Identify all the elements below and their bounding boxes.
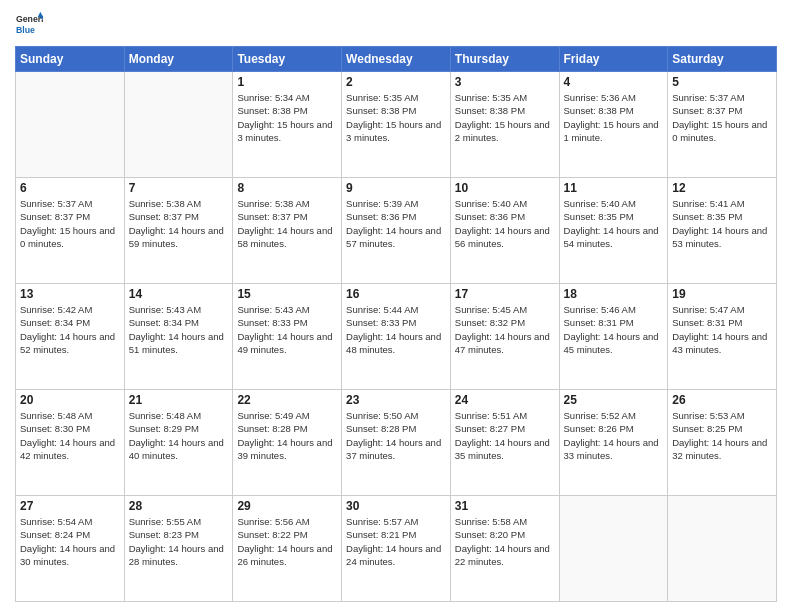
weekday-header: Sunday [16,47,125,72]
calendar-cell: 10Sunrise: 5:40 AMSunset: 8:36 PMDayligh… [450,178,559,284]
calendar-cell [559,496,668,602]
day-number: 4 [564,75,664,89]
calendar-cell [668,496,777,602]
day-number: 3 [455,75,555,89]
calendar-cell: 18Sunrise: 5:46 AMSunset: 8:31 PMDayligh… [559,284,668,390]
weekday-header: Wednesday [342,47,451,72]
calendar-week-row: 13Sunrise: 5:42 AMSunset: 8:34 PMDayligh… [16,284,777,390]
calendar-cell: 15Sunrise: 5:43 AMSunset: 8:33 PMDayligh… [233,284,342,390]
calendar-table: SundayMondayTuesdayWednesdayThursdayFrid… [15,46,777,602]
day-info: Sunrise: 5:49 AMSunset: 8:28 PMDaylight:… [237,409,337,462]
day-number: 5 [672,75,772,89]
day-number: 26 [672,393,772,407]
day-number: 22 [237,393,337,407]
day-info: Sunrise: 5:35 AMSunset: 8:38 PMDaylight:… [455,91,555,144]
calendar-cell: 9Sunrise: 5:39 AMSunset: 8:36 PMDaylight… [342,178,451,284]
day-info: Sunrise: 5:52 AMSunset: 8:26 PMDaylight:… [564,409,664,462]
day-info: Sunrise: 5:38 AMSunset: 8:37 PMDaylight:… [237,197,337,250]
calendar-cell: 29Sunrise: 5:56 AMSunset: 8:22 PMDayligh… [233,496,342,602]
day-info: Sunrise: 5:58 AMSunset: 8:20 PMDaylight:… [455,515,555,568]
calendar-week-row: 6Sunrise: 5:37 AMSunset: 8:37 PMDaylight… [16,178,777,284]
weekday-header: Thursday [450,47,559,72]
day-info: Sunrise: 5:36 AMSunset: 8:38 PMDaylight:… [564,91,664,144]
logo-icon: General Blue [15,10,43,38]
calendar-cell: 1Sunrise: 5:34 AMSunset: 8:38 PMDaylight… [233,72,342,178]
day-number: 13 [20,287,120,301]
day-number: 16 [346,287,446,301]
calendar-cell: 14Sunrise: 5:43 AMSunset: 8:34 PMDayligh… [124,284,233,390]
day-info: Sunrise: 5:35 AMSunset: 8:38 PMDaylight:… [346,91,446,144]
calendar-cell: 31Sunrise: 5:58 AMSunset: 8:20 PMDayligh… [450,496,559,602]
calendar-cell: 23Sunrise: 5:50 AMSunset: 8:28 PMDayligh… [342,390,451,496]
day-number: 24 [455,393,555,407]
day-number: 30 [346,499,446,513]
day-info: Sunrise: 5:57 AMSunset: 8:21 PMDaylight:… [346,515,446,568]
weekday-header-row: SundayMondayTuesdayWednesdayThursdayFrid… [16,47,777,72]
day-info: Sunrise: 5:37 AMSunset: 8:37 PMDaylight:… [672,91,772,144]
calendar-cell: 30Sunrise: 5:57 AMSunset: 8:21 PMDayligh… [342,496,451,602]
calendar-week-row: 27Sunrise: 5:54 AMSunset: 8:24 PMDayligh… [16,496,777,602]
calendar-cell: 24Sunrise: 5:51 AMSunset: 8:27 PMDayligh… [450,390,559,496]
day-number: 14 [129,287,229,301]
svg-text:Blue: Blue [16,25,35,35]
day-number: 11 [564,181,664,195]
day-info: Sunrise: 5:48 AMSunset: 8:30 PMDaylight:… [20,409,120,462]
day-info: Sunrise: 5:54 AMSunset: 8:24 PMDaylight:… [20,515,120,568]
day-number: 6 [20,181,120,195]
day-number: 17 [455,287,555,301]
weekday-header: Saturday [668,47,777,72]
calendar-cell [124,72,233,178]
day-info: Sunrise: 5:51 AMSunset: 8:27 PMDaylight:… [455,409,555,462]
calendar-cell: 7Sunrise: 5:38 AMSunset: 8:37 PMDaylight… [124,178,233,284]
day-info: Sunrise: 5:46 AMSunset: 8:31 PMDaylight:… [564,303,664,356]
day-info: Sunrise: 5:48 AMSunset: 8:29 PMDaylight:… [129,409,229,462]
day-number: 12 [672,181,772,195]
weekday-header: Monday [124,47,233,72]
day-number: 1 [237,75,337,89]
header: General Blue [15,10,777,38]
logo: General Blue [15,10,47,38]
calendar-cell: 28Sunrise: 5:55 AMSunset: 8:23 PMDayligh… [124,496,233,602]
day-number: 9 [346,181,446,195]
weekday-header: Friday [559,47,668,72]
day-number: 31 [455,499,555,513]
calendar-cell: 25Sunrise: 5:52 AMSunset: 8:26 PMDayligh… [559,390,668,496]
calendar-cell: 6Sunrise: 5:37 AMSunset: 8:37 PMDaylight… [16,178,125,284]
day-number: 8 [237,181,337,195]
calendar-cell: 3Sunrise: 5:35 AMSunset: 8:38 PMDaylight… [450,72,559,178]
day-number: 23 [346,393,446,407]
day-number: 29 [237,499,337,513]
calendar-cell: 19Sunrise: 5:47 AMSunset: 8:31 PMDayligh… [668,284,777,390]
day-info: Sunrise: 5:34 AMSunset: 8:38 PMDaylight:… [237,91,337,144]
calendar-cell: 5Sunrise: 5:37 AMSunset: 8:37 PMDaylight… [668,72,777,178]
calendar-cell: 27Sunrise: 5:54 AMSunset: 8:24 PMDayligh… [16,496,125,602]
day-number: 2 [346,75,446,89]
day-number: 25 [564,393,664,407]
weekday-header: Tuesday [233,47,342,72]
day-number: 27 [20,499,120,513]
day-info: Sunrise: 5:40 AMSunset: 8:36 PMDaylight:… [455,197,555,250]
day-number: 10 [455,181,555,195]
calendar-cell: 20Sunrise: 5:48 AMSunset: 8:30 PMDayligh… [16,390,125,496]
day-number: 21 [129,393,229,407]
calendar-cell: 2Sunrise: 5:35 AMSunset: 8:38 PMDaylight… [342,72,451,178]
calendar-week-row: 1Sunrise: 5:34 AMSunset: 8:38 PMDaylight… [16,72,777,178]
calendar-cell: 11Sunrise: 5:40 AMSunset: 8:35 PMDayligh… [559,178,668,284]
calendar-cell: 13Sunrise: 5:42 AMSunset: 8:34 PMDayligh… [16,284,125,390]
day-info: Sunrise: 5:41 AMSunset: 8:35 PMDaylight:… [672,197,772,250]
day-info: Sunrise: 5:38 AMSunset: 8:37 PMDaylight:… [129,197,229,250]
day-info: Sunrise: 5:50 AMSunset: 8:28 PMDaylight:… [346,409,446,462]
day-number: 20 [20,393,120,407]
calendar-cell [16,72,125,178]
day-info: Sunrise: 5:45 AMSunset: 8:32 PMDaylight:… [455,303,555,356]
calendar-cell: 12Sunrise: 5:41 AMSunset: 8:35 PMDayligh… [668,178,777,284]
calendar-cell: 16Sunrise: 5:44 AMSunset: 8:33 PMDayligh… [342,284,451,390]
calendar-week-row: 20Sunrise: 5:48 AMSunset: 8:30 PMDayligh… [16,390,777,496]
day-info: Sunrise: 5:40 AMSunset: 8:35 PMDaylight:… [564,197,664,250]
day-info: Sunrise: 5:39 AMSunset: 8:36 PMDaylight:… [346,197,446,250]
page-container: General Blue SundayMondayTuesdayWednesda… [0,0,792,612]
calendar-cell: 17Sunrise: 5:45 AMSunset: 8:32 PMDayligh… [450,284,559,390]
day-info: Sunrise: 5:44 AMSunset: 8:33 PMDaylight:… [346,303,446,356]
day-info: Sunrise: 5:43 AMSunset: 8:33 PMDaylight:… [237,303,337,356]
day-info: Sunrise: 5:56 AMSunset: 8:22 PMDaylight:… [237,515,337,568]
